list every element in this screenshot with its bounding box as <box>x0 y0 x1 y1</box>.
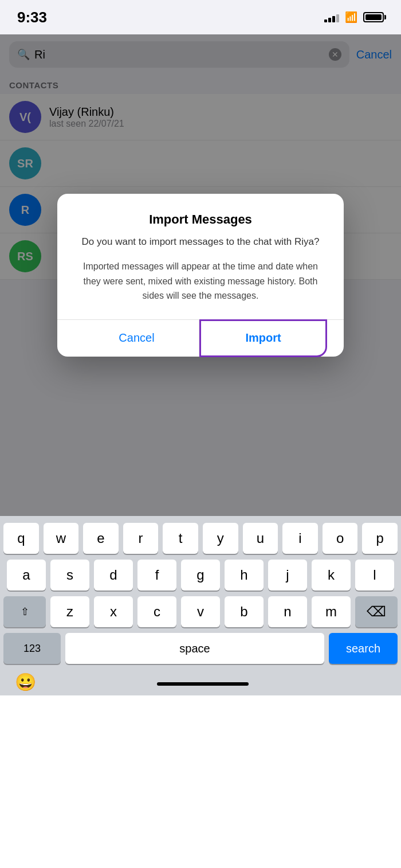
key-z[interactable]: z <box>50 596 89 627</box>
wifi-icon: 📶 <box>345 11 357 24</box>
home-indicator <box>157 682 249 686</box>
key-y[interactable]: y <box>203 523 238 554</box>
key-n[interactable]: n <box>268 596 307 627</box>
key-search[interactable]: search <box>329 633 398 664</box>
key-x[interactable]: x <box>94 596 133 627</box>
key-k[interactable]: k <box>312 560 351 591</box>
key-b[interactable]: b <box>225 596 264 627</box>
key-d[interactable]: d <box>94 560 133 591</box>
key-f[interactable]: f <box>137 560 176 591</box>
key-123[interactable]: 123 <box>3 633 61 664</box>
app-content: 🔍 Ri ✕ Cancel CONTACTS V( Vijay (Rinku) … <box>0 34 401 516</box>
modal-cancel-button[interactable]: Cancel <box>74 320 199 357</box>
key-space[interactable]: space <box>65 633 324 664</box>
key-e[interactable]: e <box>83 523 119 554</box>
keyboard-row-1: q w e r t y u i o p <box>3 523 398 554</box>
keyboard: q w e r t y u i o p a s d f g h j k l ⇧ … <box>0 516 401 695</box>
emoji-button[interactable]: 😀 <box>15 672 36 692</box>
status-icons: 📶 <box>324 11 384 24</box>
modal-buttons: Cancel Import <box>74 320 327 357</box>
keyboard-row-2: a s d f g h j k l <box>3 560 398 591</box>
key-q[interactable]: q <box>3 523 39 554</box>
key-g[interactable]: g <box>181 560 220 591</box>
modal-body: Imported messages will appear at the tim… <box>74 259 327 303</box>
key-o[interactable]: o <box>323 523 358 554</box>
key-s[interactable]: s <box>50 560 89 591</box>
status-time: 9:33 <box>17 9 47 26</box>
key-r[interactable]: r <box>123 523 159 554</box>
keyboard-row-bottom: 123 space search <box>3 633 398 664</box>
key-l[interactable]: l <box>355 560 394 591</box>
modal-overlay: Import Messages Do you want to import me… <box>0 34 401 516</box>
emoji-home-bar: 😀 <box>3 667 398 692</box>
key-m[interactable]: m <box>312 596 351 627</box>
key-p[interactable]: p <box>362 523 398 554</box>
keyboard-row-3: ⇧ z x c v b n m ⌫ <box>3 596 398 627</box>
key-t[interactable]: t <box>163 523 198 554</box>
key-w[interactable]: w <box>44 523 79 554</box>
key-c[interactable]: c <box>137 596 176 627</box>
key-h[interactable]: h <box>225 560 264 591</box>
modal-import-button[interactable]: Import <box>199 319 327 357</box>
modal-title: Import Messages <box>74 212 327 227</box>
import-messages-modal: Import Messages Do you want to import me… <box>57 194 344 357</box>
key-j[interactable]: j <box>268 560 307 591</box>
key-a[interactable]: a <box>7 560 46 591</box>
battery-icon <box>363 12 384 22</box>
status-bar: 9:33 📶 <box>0 0 401 34</box>
key-shift[interactable]: ⇧ <box>3 596 46 627</box>
key-backspace[interactable]: ⌫ <box>355 596 398 627</box>
signal-icon <box>324 12 339 22</box>
key-u[interactable]: u <box>243 523 278 554</box>
modal-subtitle: Do you want to import messages to the ch… <box>74 235 327 249</box>
key-i[interactable]: i <box>282 523 318 554</box>
key-v[interactable]: v <box>181 596 220 627</box>
